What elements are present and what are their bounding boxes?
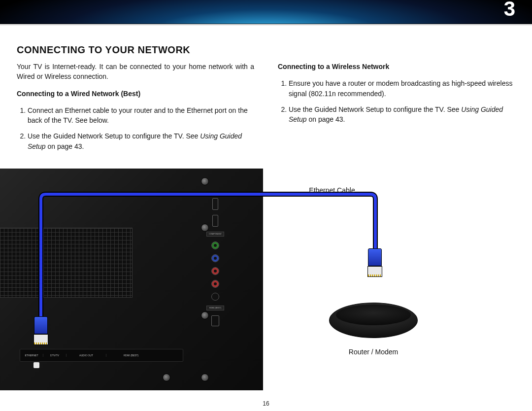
ethernet-cable-caption: Ethernet Cable: [298, 186, 366, 194]
router-caption: Router / Modem: [339, 348, 408, 356]
component-jack-blue-icon: [211, 254, 219, 262]
component-jack-green-icon: [211, 241, 219, 249]
column-right: Connecting to a Wireless Network Ensure …: [278, 62, 515, 157]
component-jack-red-icon: [211, 267, 219, 275]
page-content: CONNECTING TO YOUR NETWORK Your TV is In…: [17, 39, 515, 157]
hdmi-port-icon: [211, 315, 219, 326]
wired-heading: Connecting to a Wired Network (Best): [17, 89, 254, 99]
wired-step-2: Use the Guided Network Setup to configur…: [28, 131, 254, 151]
audio-jack-white-icon: [211, 293, 219, 301]
chapter-number: 3: [504, 0, 516, 21]
tv-back-panel: COMPONENT HDMI (BEST) ETHERNET DTV/TV AU…: [0, 169, 263, 390]
usb-port-icon: [212, 215, 218, 227]
screw-icon: [201, 374, 209, 381]
intro-paragraph: Your TV is Internet-ready. It can be con…: [17, 62, 254, 82]
wireless-heading: Connecting to a Wireless Network: [278, 62, 515, 71]
wired-ref-suffix: on page 43.: [47, 142, 84, 150]
section-title: CONNECTING TO YOUR NETWORK: [17, 44, 515, 56]
wireless-step-2: Use the Guided Network Setup to configur…: [289, 104, 515, 125]
illustration-area: COMPONENT HDMI (BEST) ETHERNET DTV/TV AU…: [0, 169, 532, 390]
audio-jack-red-icon: [211, 280, 219, 288]
two-column-layout: Your TV is Internet-ready. It can be con…: [17, 62, 515, 157]
port-label-ethernet: ETHERNET: [20, 354, 43, 357]
screw-icon: [201, 177, 209, 185]
chapter-banner: 3: [0, 0, 532, 24]
ventilation-grid-icon: [0, 228, 133, 298]
component-label: COMPONENT: [206, 232, 224, 237]
port-label-audio-out: AUDIO OUT: [66, 354, 106, 357]
wired-step-1: Connect an Ethernet cable to your router…: [28, 105, 254, 126]
wireless-steps: Ensure you have a router or modem broadc…: [278, 78, 515, 124]
bottom-port-strip: ETHERNET DTV/TV AUDIO OUT HDMI (BEST): [20, 349, 183, 362]
port-label-hdmi: HDMI (BEST): [106, 354, 156, 357]
usb-port-icon: [212, 198, 218, 210]
side-port-column: COMPONENT HDMI (BEST): [208, 198, 223, 326]
wired-step-2-text: Use the Guided Network Setup to configur…: [28, 132, 200, 140]
page-number: 16: [0, 400, 532, 407]
column-left: Your TV is Internet-ready. It can be con…: [17, 62, 254, 157]
hdmi-label: HDMI (BEST): [206, 306, 224, 310]
port-label-dtv: DTV/TV: [43, 354, 66, 357]
ethernet-connector-tv-icon: [32, 316, 50, 345]
wireless-step-2-text: Use the Guided Network Setup to configur…: [289, 105, 461, 113]
wireless-step-1: Ensure you have a router or modem broadc…: [289, 78, 515, 99]
router-icon: [329, 303, 418, 338]
wireless-ref-suffix: on page 43.: [308, 115, 345, 123]
screw-icon: [163, 374, 170, 381]
ethernet-port-icon: [33, 362, 39, 368]
wired-steps: Connect an Ethernet cable to your router…: [17, 105, 254, 151]
ethernet-connector-router-icon: [366, 248, 384, 277]
